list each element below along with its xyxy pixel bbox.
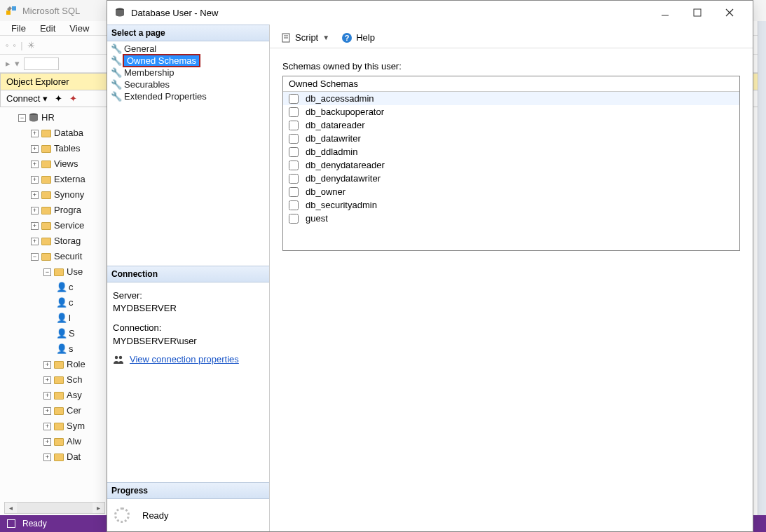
schema-checkbox[interactable] [289,214,299,224]
schema-row[interactable]: db_backupoperator [283,105,739,118]
schema-checkbox[interactable] [289,121,299,130]
dialog-right-panel: Script ▼ ? Help Schemas owned by this us… [270,25,753,531]
expand-icon[interactable]: + [31,145,39,153]
page-item-membership[interactable]: 🔧Membership [107,67,269,79]
dialog-titlebar[interactable]: Database User - New [107,1,753,25]
menu-file[interactable]: File [11,23,26,34]
collapse-icon[interactable]: − [31,253,39,261]
schema-checkbox[interactable] [289,94,299,104]
oe-tool-icon-2[interactable]: ✦ [69,93,77,104]
owned-schemas-column-header[interactable]: Owned Schemas [283,76,739,92]
schema-row[interactable]: db_datawriter [283,132,739,145]
page-item-general[interactable]: 🔧General [107,43,269,55]
server-value: MYDBSERVER [113,302,264,315]
schema-row[interactable]: db_accessadmin [283,92,739,105]
expand-icon[interactable]: + [31,161,39,168]
expand-icon[interactable]: + [43,423,51,430]
toolbar2-btn1[interactable]: ▸ [6,58,11,69]
connection-label: Connection: [113,322,264,334]
scroll-left-icon[interactable]: ◂ [5,503,17,513]
wrench-icon: 🔧 [111,91,121,102]
expand-icon[interactable]: + [43,376,51,384]
page-item-owned-schemas[interactable]: 🔧Owned Schemas [107,55,269,67]
collapse-icon[interactable]: − [18,114,26,122]
connect-button[interactable]: Connect ▾ [6,93,48,104]
tree-node-label: Progra [54,203,81,218]
scroll-track[interactable] [17,503,93,513]
folder-icon [54,392,64,400]
tree-node-label: Storag [54,233,81,249]
menu-edit[interactable]: Edit [40,23,55,34]
schema-row[interactable]: db_datareader [283,118,739,132]
schema-row[interactable]: db_denydatawriter [283,172,739,185]
connection-header: Connection [107,266,269,282]
schema-name: db_backupoperator [306,107,384,117]
schema-row[interactable]: db_ddladmin [283,145,739,158]
owned-schemas-listbox[interactable]: Owned Schemas db_accessadmindb_backupope… [282,76,740,251]
view-connection-properties-link[interactable]: View connection properties [130,353,239,366]
menu-view[interactable]: View [69,23,89,34]
new-query-icon[interactable]: ✳ [27,40,35,50]
tree-node-label: Asy [67,388,82,403]
progress-header: Progress [107,482,269,499]
script-dropdown-icon[interactable]: ▼ [322,34,329,41]
expand-icon[interactable]: + [31,238,39,245]
svg-rect-1 [12,6,16,11]
wrench-icon: 🔧 [111,79,121,90]
minimize-button[interactable] [649,2,681,23]
schema-checkbox[interactable] [289,107,299,117]
user-icon: 👤 [56,341,66,357]
folder-icon [41,191,51,199]
schema-name: db_datareader [306,120,365,130]
close-button[interactable] [713,2,746,23]
schema-checkbox[interactable] [289,147,299,157]
page-item-securables[interactable]: 🔧Securables [107,79,269,90]
expand-icon[interactable]: + [43,392,51,400]
schema-checkbox[interactable] [289,200,299,210]
schema-checkbox[interactable] [289,174,299,184]
schema-checkbox[interactable] [289,161,299,170]
status-text: Ready [22,519,47,528]
expand-icon[interactable]: + [31,176,39,184]
page-item-label: Extended Properties [124,91,207,102]
schema-row[interactable]: guest [283,212,739,225]
expand-icon[interactable]: + [43,361,51,369]
expand-icon[interactable]: + [31,222,39,230]
schema-row[interactable]: db_securityadmin [283,198,739,212]
expand-icon[interactable]: + [31,207,39,214]
page-item-extended-properties[interactable]: 🔧Extended Properties [107,90,269,102]
oe-tool-icon-1[interactable]: ✦ [55,93,62,104]
right-panel-strip [758,21,766,515]
schema-name: db_owner [306,186,346,197]
nav-back-icon[interactable]: ◦ [6,40,9,50]
schema-row[interactable]: db_denydatareader [283,158,739,172]
scroll-right-icon[interactable]: ▸ [93,503,104,513]
progress-body: Ready [107,499,269,531]
schema-checkbox[interactable] [289,187,299,197]
oe-horizontal-scrollbar[interactable]: ◂ ▸ [4,502,105,514]
tree-node-label: Sym [67,418,85,434]
toolbar2-btn2[interactable]: ▾ [15,58,20,69]
schema-checkbox[interactable] [289,134,299,144]
status-icon [7,519,15,528]
toolbar2-field[interactable] [24,57,59,70]
page-list: 🔧General🔧Owned Schemas🔧Membership🔧Secura… [107,41,269,266]
nav-fwd-icon[interactable]: ◦ [13,40,17,50]
tree-node-label: l [69,311,71,326]
schema-row[interactable]: db_owner [283,185,739,198]
expand-icon[interactable]: + [31,191,39,199]
folder-icon [41,238,51,245]
tree-db-label: HR [41,110,55,125]
folder-icon [41,130,51,137]
tree-node-label: S [69,326,75,341]
expand-icon[interactable]: + [31,130,39,137]
expand-icon[interactable]: + [43,438,51,446]
script-button[interactable]: Script [295,32,318,43]
page-item-label: Securables [124,79,170,90]
user-icon: 👤 [56,326,66,341]
expand-icon[interactable]: + [43,407,51,415]
expand-icon[interactable]: + [43,453,51,461]
maximize-button[interactable] [681,2,713,23]
collapse-icon[interactable]: − [43,268,51,276]
help-button[interactable]: Help [356,32,375,43]
